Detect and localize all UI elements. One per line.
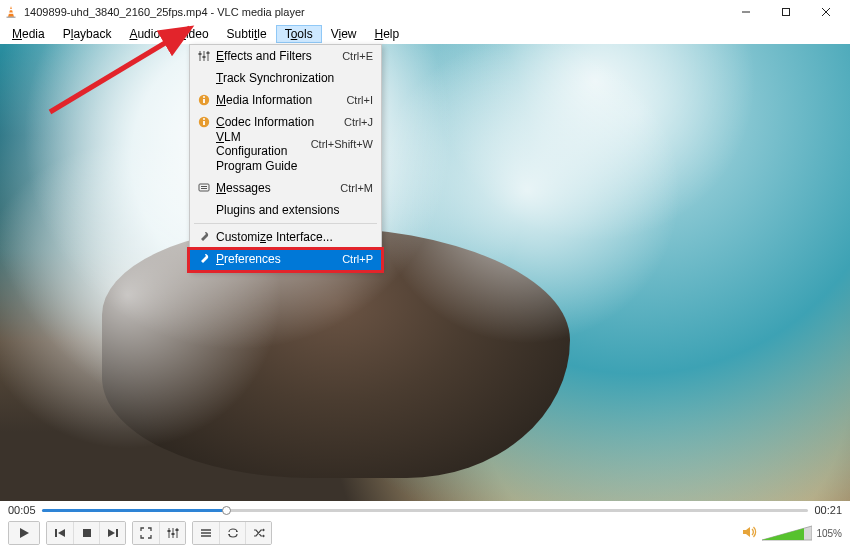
svg-rect-29 bbox=[116, 529, 118, 537]
svg-rect-34 bbox=[171, 533, 174, 535]
svg-rect-1 bbox=[9, 9, 13, 10]
svg-rect-21 bbox=[199, 184, 209, 191]
svg-marker-42 bbox=[263, 535, 265, 538]
svg-rect-33 bbox=[167, 530, 170, 532]
time-elapsed: 00:05 bbox=[8, 504, 36, 516]
svg-line-8 bbox=[50, 28, 190, 112]
speaker-icon[interactable] bbox=[742, 525, 758, 542]
stop-button[interactable] bbox=[73, 522, 99, 544]
volume-control: 105% bbox=[742, 524, 842, 542]
shuffle-button[interactable] bbox=[245, 522, 271, 544]
annotation-arrow-icon bbox=[40, 22, 210, 122]
svg-point-17 bbox=[203, 96, 205, 98]
menu-plugins-extensions[interactable]: Plugins and extensions bbox=[190, 199, 381, 221]
svg-marker-41 bbox=[263, 529, 265, 532]
menu-messages[interactable]: Messages Ctrl+M bbox=[190, 177, 381, 199]
minimize-button[interactable] bbox=[726, 0, 766, 24]
loop-button[interactable] bbox=[219, 522, 245, 544]
menu-media-information[interactable]: Media Information Ctrl+I bbox=[190, 89, 381, 111]
window-title: 1409899-uhd_3840_2160_25fps.mp4 - VLC me… bbox=[24, 6, 726, 18]
menu-help[interactable]: Help bbox=[366, 26, 407, 42]
svg-rect-35 bbox=[175, 529, 178, 531]
volume-percent: 105% bbox=[816, 528, 842, 539]
menu-subtitle[interactable]: Subtitle bbox=[219, 26, 275, 42]
playback-bar: 00:05 00:21 bbox=[0, 501, 850, 553]
messages-icon bbox=[194, 182, 214, 194]
menu-effects-filters[interactable]: Effects and Filters Ctrl+E bbox=[190, 45, 381, 67]
svg-rect-19 bbox=[203, 121, 205, 125]
close-button[interactable] bbox=[806, 0, 846, 24]
svg-rect-13 bbox=[203, 56, 206, 58]
previous-button[interactable] bbox=[47, 522, 73, 544]
extended-settings-button[interactable] bbox=[159, 522, 185, 544]
menu-view[interactable]: View bbox=[323, 26, 365, 42]
menu-vlm-configuration[interactable]: VLM Configuration Ctrl+Shift+W bbox=[190, 133, 381, 155]
menu-preferences[interactable]: Preferences Ctrl+P bbox=[190, 248, 381, 270]
svg-rect-25 bbox=[55, 529, 57, 537]
menu-customize-interface[interactable]: Customize Interface... bbox=[190, 226, 381, 248]
svg-rect-3 bbox=[7, 17, 16, 19]
vlc-cone-icon bbox=[4, 5, 18, 19]
svg-rect-2 bbox=[8, 13, 13, 14]
tools-dropdown: Effects and Filters Ctrl+E Track Synchro… bbox=[189, 44, 382, 271]
wrench-icon bbox=[194, 231, 214, 243]
seek-slider[interactable] bbox=[42, 503, 809, 517]
titlebar: 1409899-uhd_3840_2160_25fps.mp4 - VLC me… bbox=[0, 0, 850, 24]
maximize-button[interactable] bbox=[766, 0, 806, 24]
menu-program-guide[interactable]: Program Guide bbox=[190, 155, 381, 177]
menu-tools[interactable]: Tools bbox=[277, 26, 321, 42]
seek-row: 00:05 00:21 bbox=[0, 501, 850, 517]
svg-rect-5 bbox=[783, 9, 790, 16]
next-button[interactable] bbox=[99, 522, 125, 544]
svg-rect-27 bbox=[83, 529, 91, 537]
controls-row: 105% bbox=[0, 517, 850, 549]
svg-marker-28 bbox=[108, 529, 115, 537]
svg-marker-0 bbox=[8, 6, 14, 17]
equalizer-icon bbox=[194, 50, 214, 62]
svg-marker-43 bbox=[743, 527, 750, 537]
svg-rect-16 bbox=[203, 99, 205, 103]
svg-marker-26 bbox=[58, 529, 65, 537]
menu-track-synchronization[interactable]: Track Synchronization bbox=[190, 67, 381, 89]
fullscreen-button[interactable] bbox=[133, 522, 159, 544]
time-total: 00:21 bbox=[814, 504, 842, 516]
svg-marker-24 bbox=[20, 528, 29, 538]
info-icon bbox=[194, 116, 214, 128]
menu-separator bbox=[194, 223, 377, 224]
play-button[interactable] bbox=[9, 522, 39, 544]
window-controls bbox=[726, 0, 846, 24]
svg-rect-12 bbox=[199, 53, 202, 55]
info-icon bbox=[194, 94, 214, 106]
wrench-icon bbox=[194, 253, 214, 265]
svg-point-20 bbox=[203, 118, 205, 120]
svg-rect-14 bbox=[207, 52, 210, 54]
playlist-button[interactable] bbox=[193, 522, 219, 544]
volume-slider[interactable] bbox=[762, 524, 812, 542]
